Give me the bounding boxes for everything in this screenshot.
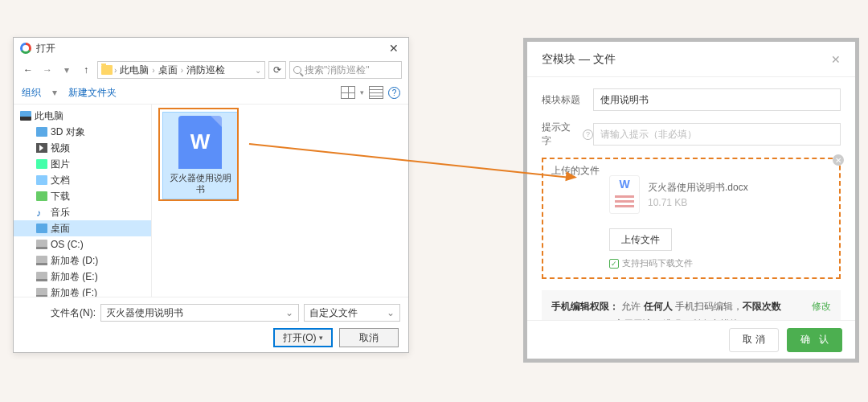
chevron-down-icon: ⌄: [387, 307, 395, 318]
chevron-down-icon[interactable]: ▾: [360, 88, 364, 96]
open-button[interactable]: 打开(O) ▾: [273, 328, 333, 347]
dialog-titlebar[interactable]: 打开 ✕: [14, 38, 408, 59]
nav-recent-button[interactable]: ▾: [59, 62, 75, 78]
nav-forward-button[interactable]: →: [39, 62, 55, 78]
modal-title: 空模块 — 文件: [542, 52, 616, 67]
disk-icon: [36, 272, 47, 281]
hint-label: 提示文字?: [542, 121, 593, 148]
filetype-select[interactable]: 自定义文件 ⌄: [304, 304, 400, 322]
upload-zone: 上传的文件 ✕ 灭火器使用说明书.docx 10.71 KB 上传文件 ✓ 支持…: [542, 158, 841, 279]
nav-up-button[interactable]: ↑: [78, 62, 94, 78]
refresh-button[interactable]: ⟳: [268, 61, 286, 79]
uploaded-file-name: 灭火器使用说明书.docx: [648, 181, 748, 195]
tree-label: 桌面: [51, 222, 70, 236]
breadcrumb[interactable]: › 此电脑 › 桌面 › 消防巡检 ⌄: [97, 61, 265, 79]
crumb-desktop[interactable]: 桌面: [157, 64, 179, 77]
file-name: 灭火器使用说明书: [166, 172, 234, 195]
close-icon[interactable]: ✕: [386, 42, 402, 55]
video-icon: [36, 143, 47, 153]
cancel-button[interactable]: 取消: [339, 328, 399, 347]
close-icon[interactable]: ✕: [831, 53, 841, 66]
search-input[interactable]: 搜索"消防巡检": [289, 61, 402, 79]
toolbar: 组织 ▾ 新建文件夹 ▾ ?: [14, 81, 408, 104]
filename-input[interactable]: 灭火器使用说明书 ⌄: [100, 304, 299, 322]
tree-this-pc[interactable]: 此电脑: [14, 108, 151, 124]
tree-label: 新加卷 (D:): [51, 254, 98, 268]
help-icon[interactable]: ?: [583, 129, 593, 140]
uploaded-file-size: 10.71 KB: [648, 197, 748, 208]
tree-label: 下载: [51, 190, 70, 203]
tree-3d-objects[interactable]: 3D 对象: [14, 124, 151, 140]
tree-drive-d[interactable]: 新加卷 (D:): [14, 252, 151, 269]
help-icon[interactable]: ?: [388, 87, 400, 99]
disk-icon: [36, 240, 47, 249]
support-scan-download: ✓ 支持扫码下载文件: [609, 257, 831, 269]
chevron-down-icon[interactable]: ⌄: [255, 66, 261, 75]
tree-label: 音乐: [51, 206, 70, 219]
tree-music[interactable]: ♪音乐: [14, 204, 151, 220]
tree-pictures[interactable]: 图片: [14, 156, 151, 172]
modal-footer: 取 消 确 认: [527, 320, 855, 359]
edit-permission-link[interactable]: 修改: [812, 298, 831, 316]
disk-icon: [36, 288, 47, 297]
search-placeholder: 搜索"消防巡检": [305, 64, 370, 77]
tree-label: 视频: [51, 142, 70, 155]
folder-tree: 此电脑 3D 对象 视频 图片 文档 下载 ♪音乐 桌面 OS (C:) 新加卷…: [14, 105, 152, 297]
document-icon: [36, 175, 47, 185]
tree-label: 3D 对象: [51, 125, 85, 139]
chrome-icon: [20, 43, 31, 54]
permission-box: 修改 手机编辑权限： 允许 任何人 手机扫码编辑，不限次数 应用于该二维码下所有…: [542, 290, 841, 320]
crumb-this-pc[interactable]: 此电脑: [118, 64, 150, 77]
word-doc-icon: W: [178, 116, 222, 169]
tree-documents[interactable]: 文档: [14, 172, 151, 188]
file-module-modal: 空模块 — 文件 ✕ 模块标题 使用说明书 提示文字? 请输入提示（非必填） 上…: [527, 42, 855, 359]
new-folder-button[interactable]: 新建文件夹: [68, 86, 117, 100]
chevron-right-icon: ›: [152, 66, 154, 75]
perm-note: 应用于该二维码下所有空模块: [551, 316, 831, 320]
crumb-folder[interactable]: 消防巡检: [185, 64, 227, 77]
file-open-dialog: 打开 ✕ ← → ▾ ↑ › 此电脑 › 桌面 › 消防巡检 ⌄ ⟳ 搜索"消防…: [13, 37, 409, 353]
modal-ok-button[interactable]: 确 认: [787, 328, 842, 352]
tree-label: 新加卷 (F:): [51, 286, 97, 297]
word-doc-icon: [609, 175, 640, 214]
uploaded-file[interactable]: 灭火器使用说明书.docx 10.71 KB: [609, 175, 831, 214]
nav-bar: ← → ▾ ↑ › 此电脑 › 桌面 › 消防巡检 ⌄ ⟳ 搜索"消防巡检": [14, 59, 408, 81]
hint-input[interactable]: 请输入提示（非必填）: [593, 123, 841, 146]
tree-desktop[interactable]: 桌面: [14, 220, 151, 236]
view-grid-icon[interactable]: [341, 86, 355, 99]
chevron-down-icon: ▾: [52, 87, 57, 98]
tree-videos[interactable]: 视频: [14, 140, 151, 156]
remove-file-button[interactable]: ✕: [833, 154, 844, 166]
view-preview-icon[interactable]: [369, 86, 383, 99]
chevron-right-icon: ›: [114, 66, 117, 75]
tree-label: 新加卷 (E:): [51, 270, 98, 284]
uploaded-label: 上传的文件: [551, 164, 600, 178]
chevron-down-icon: ⌄: [285, 307, 293, 318]
perm-label: 手机编辑权限：: [551, 301, 619, 312]
modal-cancel-button[interactable]: 取 消: [729, 328, 778, 352]
filetype-value: 自定义文件: [309, 306, 358, 320]
tree-drive-e[interactable]: 新加卷 (E:): [14, 269, 151, 285]
module-title-input[interactable]: 使用说明书: [593, 88, 841, 111]
dialog-bottom: 文件名(N): 灭火器使用说明书 ⌄ 自定义文件 ⌄ 打开(O) ▾ 取消: [14, 297, 408, 352]
picture-icon: [36, 159, 47, 169]
module-title-label: 模块标题: [542, 93, 593, 107]
music-icon: ♪: [36, 207, 47, 217]
tree-label: OS (C:): [51, 239, 84, 250]
organize-button[interactable]: 组织: [22, 86, 41, 100]
tree-drive-f[interactable]: 新加卷 (F:): [14, 285, 151, 297]
file-list[interactable]: W 灭火器使用说明书: [152, 105, 408, 297]
tree-downloads[interactable]: 下载: [14, 188, 151, 204]
check-icon: ✓: [609, 259, 619, 269]
nav-back-button[interactable]: ←: [20, 62, 36, 78]
file-item[interactable]: W 灭火器使用说明书: [163, 113, 237, 199]
desktop-icon: [36, 224, 47, 233]
filename-value: 灭火器使用说明书: [106, 306, 183, 320]
chevron-right-icon: ›: [181, 66, 183, 75]
download-icon: [36, 191, 47, 201]
folder-icon: [101, 65, 113, 75]
filename-label: 文件名(N):: [22, 306, 96, 320]
tree-label: 此电脑: [35, 109, 63, 123]
tree-drive-c[interactable]: OS (C:): [14, 236, 151, 252]
upload-button[interactable]: 上传文件: [609, 228, 672, 251]
